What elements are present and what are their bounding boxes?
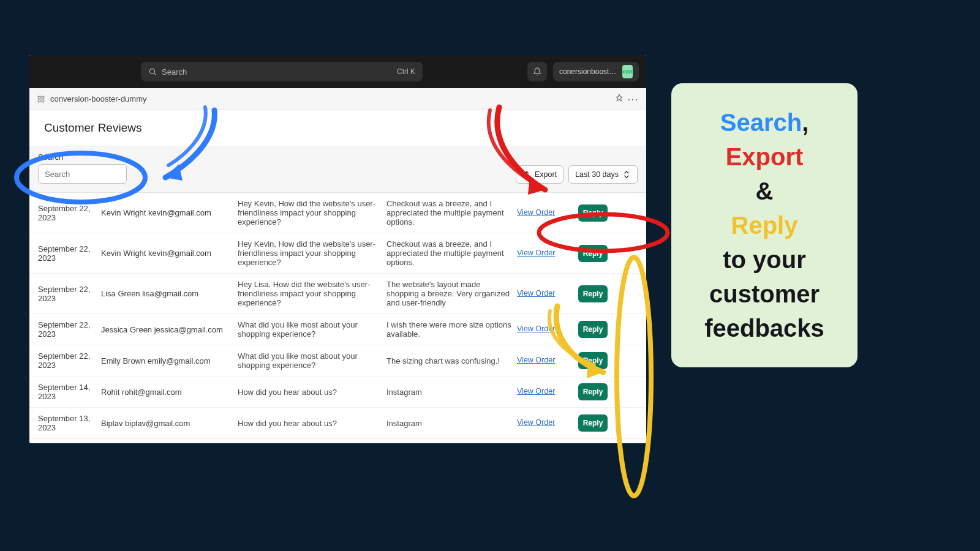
cell-date: September 22, 2023	[38, 351, 96, 370]
cell-question: What did you like most about your shoppi…	[238, 351, 382, 370]
notifications-button[interactable]	[527, 62, 547, 81]
cell-customer: Kevin Wright kevin@gmail.com	[101, 208, 233, 217]
cell-answer: Checkout was a breeze, and I appreciated…	[386, 239, 512, 267]
filter-row: Search Export Last 30 days	[29, 146, 646, 193]
reply-button[interactable]: Reply	[578, 204, 608, 222]
svg-rect-2	[38, 96, 40, 99]
cell-date: September 22, 2023	[38, 204, 96, 222]
upload-icon	[522, 170, 531, 179]
reviews-table: September 22, 2023 Kevin Wright kevin@gm…	[29, 193, 646, 439]
reply-button[interactable]: Reply	[578, 352, 608, 369]
reply-button[interactable]: Reply	[578, 414, 608, 432]
kbd-hint: Ctrl K	[397, 67, 415, 76]
export-button[interactable]: Export	[516, 165, 564, 184]
callout-card: Search, Export & Reply to your customer …	[671, 83, 858, 367]
svg-point-0	[149, 69, 154, 73]
app-icon	[37, 95, 45, 103]
callout-amp: &	[756, 178, 774, 204]
cell-question: Hey Lisa, How did the website's user-fri…	[238, 280, 382, 307]
cell-customer: Biplav biplav@gmail.com	[101, 419, 233, 428]
cell-answer: Instagram	[386, 419, 512, 428]
cell-date: September 13, 2023	[38, 414, 96, 432]
avatar: con	[622, 65, 633, 78]
global-search[interactable]: Search Ctrl K	[141, 62, 423, 81]
store-name: conersionbooster-che…	[559, 67, 619, 76]
table-row: September 22, 2023 Jessica Green jessica…	[29, 314, 646, 345]
view-order-link[interactable]: View Order	[517, 289, 555, 298]
reply-button[interactable]: Reply	[578, 383, 608, 400]
view-order-link[interactable]: View Order	[517, 324, 555, 333]
callout-export: Export	[726, 143, 804, 170]
view-order-link[interactable]: View Order	[517, 249, 555, 257]
callout-reply: Reply	[731, 212, 798, 239]
cell-question: Hey Kevin, How did the website's user-fr…	[238, 239, 382, 267]
date-range-label: Last 30 days	[575, 170, 619, 179]
cell-customer: Rohit rohit@gmail.com	[101, 388, 233, 397]
cell-date: September 22, 2023	[38, 244, 96, 263]
search-icon	[148, 67, 157, 76]
svg-rect-5	[42, 100, 44, 102]
cell-customer: Jessica Green jessica@gmail.com	[101, 325, 233, 334]
breadcrumb-bar: conversion-booster-dummy ⋯	[29, 88, 646, 110]
table-row: September 22, 2023 Kevin Wright kevin@gm…	[29, 233, 646, 274]
svg-rect-4	[38, 100, 40, 102]
cell-question: How did you hear about us?	[238, 388, 382, 397]
svg-line-1	[154, 73, 156, 75]
bell-icon	[533, 67, 541, 76]
view-order-link[interactable]: View Order	[517, 387, 555, 395]
global-search-placeholder: Search	[162, 67, 187, 77]
breadcrumb[interactable]: conversion-booster-dummy	[50, 94, 147, 103]
svg-rect-3	[42, 96, 44, 99]
sort-icon	[622, 170, 631, 179]
table-row: September 22, 2023 Emily Brown emily@gma…	[29, 345, 646, 377]
cell-customer: Emily Brown emily@gmail.com	[101, 356, 233, 365]
reply-button[interactable]: Reply	[578, 321, 608, 338]
date-range-select[interactable]: Last 30 days	[568, 165, 638, 184]
cell-customer: Lisa Green lisa@gmail.com	[101, 289, 233, 298]
cell-answer: Checkout was a breeze, and I appreciated…	[386, 199, 512, 227]
table-row: September 13, 2023 Biplav biplav@gmail.c…	[29, 408, 646, 439]
pin-icon[interactable]	[615, 94, 624, 102]
view-order-link[interactable]: View Order	[517, 356, 555, 364]
cell-answer: The website's layout made shopping a bre…	[386, 280, 512, 307]
view-order-link[interactable]: View Order	[517, 208, 555, 217]
cell-question: What did you like most about your shoppi…	[238, 320, 382, 339]
cell-answer: The sizing chart was confusing.!	[386, 356, 512, 365]
app-window: Search Ctrl K conersionbooster-che… con …	[29, 55, 646, 443]
cell-date: September 22, 2023	[38, 320, 96, 339]
page-title: Customer Reviews	[29, 110, 646, 146]
cell-question: Hey Kevin, How did the website's user-fr…	[238, 199, 382, 227]
table-row: September 22, 2023 Kevin Wright kevin@gm…	[29, 193, 646, 233]
reply-button[interactable]: Reply	[578, 245, 608, 262]
cell-answer: Instagram	[386, 388, 512, 397]
cell-question: How did you hear about us?	[238, 419, 382, 428]
store-switcher[interactable]: conersionbooster-che… con	[553, 62, 639, 81]
callout-search: Search	[720, 109, 802, 136]
more-icon[interactable]: ⋯	[627, 94, 639, 105]
search-input[interactable]	[38, 164, 127, 184]
table-row: September 22, 2023 Lisa Green lisa@gmail…	[29, 274, 646, 314]
cell-date: September 14, 2023	[38, 383, 96, 401]
cell-customer: Kevin Wright kevin@gmail.com	[101, 249, 233, 258]
reply-button[interactable]: Reply	[578, 285, 608, 302]
cell-date: September 22, 2023	[38, 285, 96, 303]
search-label: Search	[38, 152, 127, 162]
cell-answer: I wish there were more size options avai…	[386, 320, 512, 339]
export-label: Export	[535, 170, 557, 179]
view-order-link[interactable]: View Order	[517, 418, 555, 427]
table-row: September 14, 2023 Rohit rohit@gmail.com…	[29, 377, 646, 408]
top-bar: Search Ctrl K conersionbooster-che… con	[29, 55, 646, 88]
